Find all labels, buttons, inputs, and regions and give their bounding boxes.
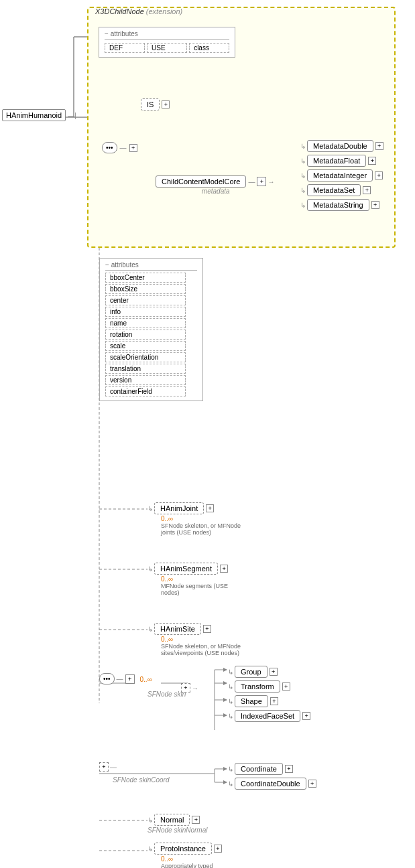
metadata-nodes-container: ↳ MetadataDouble + ↳ MetadataFloat + ↳ M…	[300, 137, 383, 214]
metadata-label: metadata	[202, 188, 230, 195]
metadata-float-box: MetadataFloat	[307, 155, 366, 167]
hanim-site-cardinality: 0..∞	[161, 636, 173, 643]
shape-node: ↳ Shape +	[228, 695, 310, 707]
group-expand[interactable]: +	[270, 668, 278, 676]
is-node: IS +	[141, 98, 170, 111]
skin-sub-expand[interactable]: +	[181, 683, 190, 693]
metadata-integer-expand[interactable]: +	[375, 171, 383, 179]
metadata-double-box: MetadataDouble	[307, 140, 373, 152]
x3d-child-node-label: X3DChildNode (extension)	[95, 7, 182, 15]
skin-cardinality: 0..∞	[140, 676, 152, 683]
shape-expand[interactable]: +	[270, 697, 278, 705]
sfnode-skinnormal-label: SFNode skinNormal	[147, 826, 207, 834]
hanim-site-box: HAnimSite	[154, 623, 201, 635]
metadata-string-box: MetadataString	[307, 199, 369, 211]
hanim-joint-cardinality: 0..∞	[161, 515, 173, 522]
skin-coord-section: + —	[99, 762, 118, 772]
hanim-site-section: ↳ HAnimSite + 0..∞ SFNode skeleton, or M…	[147, 623, 241, 656]
attributes-box-top: − attributes DEF USE class	[99, 27, 235, 58]
metadata-set-expand[interactable]: +	[363, 186, 371, 194]
metadata-double-node: ↳ MetadataDouble +	[300, 140, 383, 152]
metadata-string-node: ↳ MetadataString +	[300, 199, 383, 211]
hanim-humanoid-node: HAnimHumanoid —|	[2, 109, 76, 121]
group-box: Group	[235, 666, 268, 678]
hanim-segment-desc: MFNode segments (USE nodes)	[161, 583, 241, 596]
proto-instance-expand[interactable]: +	[214, 845, 222, 853]
attr-bboxsize: bboxSize	[105, 284, 186, 294]
indexedfaceset-expand[interactable]: +	[302, 712, 310, 720]
sfnode-skincoord-label: SFNode skinCoord	[113, 776, 169, 784]
coordinatedouble-node: ↳ CoordinateDouble +	[228, 778, 316, 790]
hanim-humanoid-label: HAnimHumanoid	[2, 109, 66, 121]
hanim-site-desc: SFNode skeleton, or MFNode sites/viewpoi…	[161, 643, 241, 656]
attr-def: DEF	[105, 43, 145, 53]
transform-expand[interactable]: +	[282, 682, 290, 691]
attr-rotation: rotation	[105, 330, 186, 340]
attr-name: name	[105, 318, 186, 328]
skin-expand-icon[interactable]: +	[125, 674, 135, 684]
attr-bboxcenter: bboxCenter	[105, 273, 186, 283]
metadata-set-node: ↳ MetadataSet +	[300, 184, 383, 196]
attr-translation: translation	[105, 364, 186, 374]
hanim-segment-expand[interactable]: +	[220, 565, 228, 573]
indexedfaceset-node: ↳ IndexedFaceSet +	[228, 710, 310, 722]
metadata-double-expand[interactable]: +	[375, 142, 383, 150]
attr-scaleorientation: scaleOrientation	[105, 352, 186, 362]
skin-normal-section: ↳ Normal +	[147, 814, 200, 826]
attr-center: center	[105, 295, 186, 305]
sfnode-skin-label: SFNode skin	[147, 690, 186, 698]
coordinate-node: ↳ Coordinate +	[228, 763, 316, 775]
is-label: IS	[141, 98, 160, 111]
attr-containerfield: containerField	[105, 386, 186, 396]
child-content-model-area: ChildContentModelCore — + → metadata	[156, 175, 276, 195]
skin-coord-expand[interactable]: +	[99, 762, 109, 772]
diagram-container: HAnimHumanoid —| X3DChildNode (extension…	[0, 0, 415, 868]
skin-dashed-expand: + →	[181, 683, 200, 693]
hanim-joint-box: HAnimJoint	[154, 502, 204, 514]
expand-oval-icon[interactable]: +	[129, 144, 137, 152]
metadata-string-expand[interactable]: +	[371, 201, 379, 209]
shape-box: Shape	[235, 695, 268, 707]
indexedfaceset-box: IndexedFaceSet	[235, 710, 300, 722]
coordinate-expand[interactable]: +	[285, 765, 293, 773]
hanim-site-expand[interactable]: +	[203, 625, 211, 633]
attr-version: version	[105, 375, 186, 385]
attributes-box-main: − attributes bboxCenter bboxSize center …	[99, 258, 203, 401]
oval-connector: •••	[102, 142, 117, 153]
attr-info: info	[105, 307, 186, 317]
child-content-model-node: ChildContentModelCore	[156, 175, 246, 188]
metadata-float-expand[interactable]: +	[368, 157, 376, 165]
proto-cardinality: 0..∞	[161, 855, 173, 863]
skin-oval-connector: •••	[99, 673, 115, 684]
hanim-segment-section: ↳ HAnimSegment + 0..∞ MFNode segments (U…	[147, 563, 241, 596]
is-expand-icon[interactable]: +	[162, 100, 170, 108]
attr-class: class	[189, 43, 229, 53]
metadata-float-node: ↳ MetadataFloat +	[300, 155, 383, 167]
normal-expand[interactable]: +	[192, 816, 200, 824]
normal-box: Normal	[154, 814, 190, 826]
transform-node: ↳ Transform +	[228, 680, 310, 693]
oval-connector-area: ••• — +	[102, 142, 137, 153]
attr-use: USE	[147, 43, 187, 53]
metadata-integer-box: MetadataInteger	[307, 169, 373, 182]
coordinate-box: Coordinate	[235, 763, 283, 775]
skin-oval-area: ••• — + 0..∞	[99, 673, 152, 684]
attr-main-label: − attributes	[105, 261, 197, 271]
proto-instance-section: ↳ ProtoInstance + 0..∞ Appropriately typ…	[147, 843, 241, 868]
hanim-segment-cardinality: 0..∞	[161, 575, 173, 583]
coordinatedouble-box: CoordinateDouble	[235, 778, 306, 790]
proto-instance-box: ProtoInstance	[154, 843, 212, 855]
minus-icon: −	[105, 30, 109, 38]
transform-box: Transform	[235, 680, 280, 693]
skin-nodes-container: ↳ Group + ↳ Transform + ↳ Shape + ↳ Inde…	[228, 663, 310, 725]
child-content-expand[interactable]: +	[257, 177, 266, 186]
attr-scale: scale	[105, 341, 186, 351]
attr-box-top-label: − attributes	[105, 30, 229, 40]
minus-main-icon: −	[105, 261, 109, 269]
hanim-joint-desc: SFNode skeleton, or MFNode joints (USE n…	[161, 522, 241, 536]
coordinatedouble-expand[interactable]: +	[308, 780, 316, 788]
group-node: ↳ Group +	[228, 666, 310, 678]
hanim-joint-expand[interactable]: +	[206, 504, 214, 512]
skin-coord-nodes: ↳ Coordinate + ↳ CoordinateDouble +	[228, 760, 316, 792]
hanim-segment-box: HAnimSegment	[154, 563, 218, 575]
